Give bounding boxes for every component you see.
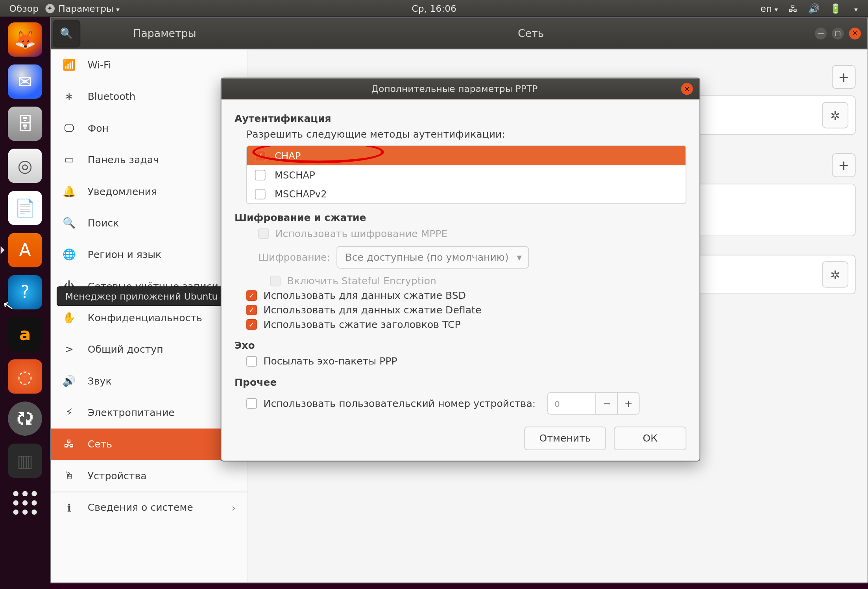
auth-method-label: MSCHAPv2 bbox=[275, 189, 327, 199]
volume-icon[interactable]: 🔊 bbox=[808, 3, 819, 14]
sidebar-item-2[interactable]: 🖵Фон bbox=[51, 112, 248, 144]
option-label: Использовать пользовательский номер устр… bbox=[264, 398, 536, 409]
window-maximize-button[interactable]: ▢ bbox=[832, 27, 844, 39]
launcher-writer[interactable]: 📄 bbox=[8, 191, 42, 225]
option-label: Использовать шифрование MPPE bbox=[275, 228, 448, 239]
annotation-highlight bbox=[252, 145, 384, 163]
sidebar-icon: 📶 bbox=[63, 58, 76, 71]
launcher-ubuntu-software[interactable]: A bbox=[8, 233, 42, 267]
checkbox-custom-unit[interactable] bbox=[246, 398, 257, 409]
sidebar-item-label: Конфиденциальность bbox=[88, 312, 202, 324]
sidebar-item-6[interactable]: 🌐Регион и язык bbox=[51, 239, 248, 271]
launcher-thunderbird[interactable]: ✉ bbox=[8, 64, 42, 99]
auth-checkbox[interactable] bbox=[255, 189, 266, 199]
connection-settings-button[interactable]: ✲ bbox=[822, 261, 848, 288]
pptp-advanced-dialog: Дополнительные параметры PPTP ✕ Аутентиф… bbox=[221, 78, 700, 462]
sidebar-icon: ⚡ bbox=[63, 406, 76, 419]
option-label: Включить Stateful Encryption bbox=[287, 275, 436, 287]
auth-section-title: Аутентификация bbox=[235, 112, 686, 124]
launcher-show-applications[interactable] bbox=[8, 486, 42, 520]
checkbox-stateful[interactable] bbox=[270, 276, 281, 286]
launcher-amazon[interactable]: a bbox=[8, 317, 42, 352]
sidebar-item-4[interactable]: 🔔Уведомления bbox=[51, 176, 248, 207]
sidebar-item-3[interactable]: ▭Панель задач bbox=[51, 144, 248, 176]
sidebar-item-label: Поиск bbox=[88, 217, 119, 229]
sidebar-icon: 🖵 bbox=[63, 121, 76, 134]
sidebar-item-label: Фон bbox=[88, 122, 109, 134]
sidebar-item-5[interactable]: 🔍Поиск bbox=[51, 207, 248, 239]
encryption-combo[interactable]: Все доступные (по умолчанию) bbox=[337, 246, 529, 269]
system-menu-caret[interactable] bbox=[851, 3, 857, 14]
unit-number-input[interactable] bbox=[547, 392, 596, 415]
option-label: Посылать эхо-пакеты PPP bbox=[264, 355, 397, 367]
option-label: Использовать сжатие заголовков TCP bbox=[264, 318, 461, 330]
clock[interactable]: Ср, 16:06 bbox=[412, 3, 456, 14]
dialog-close-button[interactable]: ✕ bbox=[681, 83, 693, 95]
encryption-combo-label: Шифрование: bbox=[258, 251, 330, 263]
keyboard-layout-indicator[interactable]: en bbox=[761, 3, 778, 14]
encryption-section-title: Шифрование и сжатие bbox=[235, 212, 686, 224]
sidebar-item-label: Электропитание bbox=[88, 407, 175, 418]
launcher-software-updater[interactable]: 🗘 bbox=[8, 401, 42, 436]
gear-icon bbox=[45, 4, 54, 13]
sidebar-item-12[interactable]: 🖧Сеть bbox=[51, 429, 248, 460]
app-menu[interactable]: Параметры bbox=[45, 3, 120, 14]
sidebar-item-8[interactable]: ✋Конфиденциальность bbox=[51, 302, 248, 333]
dialog-titlebar[interactable]: Дополнительные параметры PPTP ✕ bbox=[221, 78, 699, 99]
sidebar-item-1[interactable]: ∗Bluetooth bbox=[51, 81, 248, 112]
app-menu-label: Параметры bbox=[58, 3, 119, 14]
sidebar-item-13[interactable]: 🖱Устройства bbox=[51, 460, 248, 491]
checkbox-tcp-header-compress[interactable] bbox=[246, 319, 257, 330]
top-menu-bar: Обзор Параметры Ср, 16:06 en 🖧 🔊 🔋 bbox=[0, 0, 868, 17]
network-icon[interactable]: 🖧 bbox=[789, 3, 798, 14]
settings-title-panel: Сеть bbox=[247, 27, 815, 40]
auth-method-label: MSCHAP bbox=[275, 169, 315, 180]
window-close-button[interactable]: ✕ bbox=[849, 27, 861, 39]
launcher-rhythmbox[interactable]: ◎ bbox=[8, 149, 42, 183]
launcher-firefox[interactable]: 🦊 bbox=[8, 22, 42, 57]
checkbox-mppe[interactable] bbox=[258, 228, 269, 239]
sidebar-icon: < bbox=[63, 342, 76, 355]
settings-sidebar: 📶Wi-Fi∗Bluetooth🖵Фон▭Панель задач🔔Уведом… bbox=[51, 50, 248, 583]
launcher-unknown[interactable]: ▥ bbox=[8, 444, 42, 478]
add-connection-button[interactable]: + bbox=[832, 65, 855, 89]
auth-checkbox[interactable] bbox=[255, 151, 266, 161]
ok-button[interactable]: ОК bbox=[614, 427, 686, 450]
cancel-button[interactable]: Отменить bbox=[524, 427, 606, 450]
checkbox-ppp-echo[interactable] bbox=[246, 356, 257, 367]
sidebar-item-label: Bluetooth bbox=[88, 90, 136, 102]
auth-method-row[interactable]: MSCHAP bbox=[247, 165, 686, 184]
battery-icon[interactable]: 🔋 bbox=[830, 3, 841, 14]
sidebar-item-11[interactable]: ⚡Электропитание bbox=[51, 397, 248, 428]
add-connection-button[interactable]: + bbox=[832, 153, 855, 177]
launcher-settings[interactable]: ◌ bbox=[8, 359, 42, 394]
checkbox-deflate-compress[interactable] bbox=[246, 305, 257, 315]
sidebar-icon: 🖧 bbox=[63, 437, 76, 450]
option-label: Использовать для данных сжатие Deflate bbox=[264, 304, 482, 316]
sidebar-item-label: Устройства bbox=[88, 469, 147, 481]
auth-method-row[interactable]: CHAP bbox=[247, 146, 686, 166]
spin-plus-button[interactable]: + bbox=[617, 392, 640, 415]
sidebar-item-9[interactable]: <Общий доступ bbox=[51, 334, 248, 365]
sidebar-icon: ▭ bbox=[63, 153, 76, 166]
window-minimize-button[interactable]: — bbox=[815, 27, 827, 39]
connection-settings-button[interactable]: ✲ bbox=[822, 102, 848, 128]
echo-section-title: Эхо bbox=[235, 340, 686, 352]
spin-minus-button[interactable]: − bbox=[596, 392, 618, 415]
sidebar-item-10[interactable]: 🔊Звук bbox=[51, 365, 248, 397]
activities-button[interactable]: Обзор bbox=[9, 3, 39, 14]
auth-checkbox[interactable] bbox=[255, 169, 266, 180]
option-label: Использовать для данных сжатие BSD bbox=[264, 290, 466, 302]
sidebar-item-label: Сведения о системе bbox=[88, 502, 193, 514]
checkbox-bsd-compress[interactable] bbox=[246, 290, 257, 301]
settings-header: 🔍 Параметры Сеть — ▢ ✕ bbox=[51, 18, 868, 49]
sidebar-item-about[interactable]: ℹ Сведения о системе › bbox=[51, 491, 248, 523]
sidebar-item-0[interactable]: 📶Wi-Fi bbox=[51, 50, 248, 81]
chevron-right-icon: › bbox=[232, 501, 236, 514]
launcher-files[interactable]: 🗄 bbox=[8, 107, 42, 141]
auth-section-subtitle: Разрешить следующие методы аутентификаци… bbox=[246, 128, 686, 140]
sidebar-icon: 🌐 bbox=[63, 248, 76, 261]
search-button[interactable]: 🔍 bbox=[53, 19, 80, 47]
auth-method-row[interactable]: MSCHAPv2 bbox=[247, 184, 686, 204]
sidebar-icon: 🔍 bbox=[63, 216, 76, 229]
